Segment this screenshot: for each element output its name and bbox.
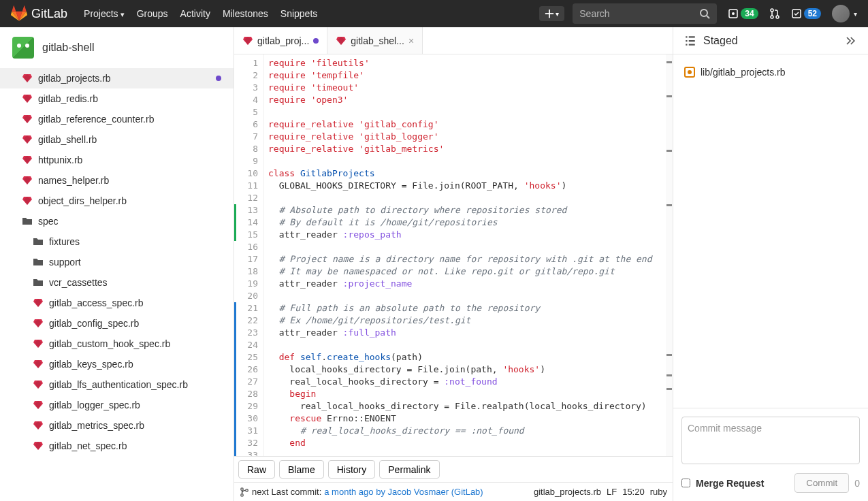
file-item[interactable]: gitlab_shell.rb [0, 129, 234, 150]
merge-requests-link[interactable] [769, 8, 780, 19]
svg-point-9 [246, 489, 248, 491]
file-item[interactable]: fixtures [0, 231, 234, 252]
file-name: gitlab_keys_spec.rb [49, 359, 133, 370]
file-item[interactable]: gitlab_metrics_spec.rb [0, 415, 234, 436]
file-item[interactable]: gitlab_net_spec.rb [0, 436, 234, 456]
raw-button[interactable]: Raw [238, 460, 275, 479]
commit-link[interactable]: a month ago by Jacob Vosmaer (GitLab) [324, 487, 483, 497]
status-pos[interactable]: 15:20 [622, 487, 645, 497]
file-name: spec [38, 216, 59, 227]
file-item[interactable]: gitlab_config_spec.rb [0, 313, 234, 334]
search-box[interactable] [573, 3, 717, 24]
code-editor[interactable]: 1234567891011121314151617181920212223242… [234, 54, 673, 456]
file-name: gitlab_logger_spec.rb [49, 400, 140, 410]
nav-projects[interactable]: Projects [84, 8, 125, 19]
ruby-icon [33, 359, 44, 370]
modified-indicator [216, 76, 221, 81]
editor-area: gitlab_proj...gitlab_shel...× 1234567891… [234, 27, 673, 501]
file-item[interactable]: names_helper.rb [0, 170, 234, 191]
file-name: gitlab_projects.rb [38, 73, 111, 84]
file-item[interactable]: spec [0, 211, 234, 231]
project-header[interactable]: gitlab-shell [0, 27, 234, 68]
svg-point-3 [771, 9, 773, 12]
svg-point-8 [241, 494, 244, 496]
file-item[interactable]: gitlab_keys_spec.rb [0, 354, 234, 374]
file-item[interactable]: gitlab_reference_counter.rb [0, 109, 234, 129]
file-item[interactable]: gitlab_projects.rb [0, 68, 234, 88]
modified-file-icon [684, 67, 695, 78]
commit-button[interactable]: Commit [794, 473, 849, 493]
file-item[interactable]: gitlab_logger_spec.rb [0, 395, 234, 415]
gitlab-logo[interactable]: GitLab [11, 5, 67, 22]
todos-badge: 52 [804, 8, 821, 19]
ruby-icon [242, 35, 253, 46]
nav-groups[interactable]: Groups [137, 8, 168, 19]
file-tree-sidebar: gitlab-shell gitlab_projects.rbgitlab_re… [0, 27, 234, 501]
todos-icon [791, 8, 802, 19]
user-menu[interactable]: ▾ [832, 5, 857, 22]
status-eol[interactable]: LF [607, 487, 617, 497]
file-item[interactable]: gitlab_custom_hook_spec.rb [0, 334, 234, 354]
nav-milestones[interactable]: Milestones [223, 8, 268, 19]
issues-link[interactable]: 34 [728, 8, 758, 19]
permalink-button[interactable]: Permalink [379, 460, 439, 479]
file-name: gitlab_custom_hook_spec.rb [49, 338, 170, 349]
code-content[interactable]: require 'fileutils'require 'tempfile'req… [264, 54, 666, 456]
ruby-icon [33, 440, 44, 451]
branch-name[interactable]: next [252, 487, 269, 497]
ruby-icon [33, 318, 44, 329]
staged-file[interactable]: lib/gitlab_projects.rb [684, 63, 857, 82]
folder-icon [22, 216, 33, 227]
file-name: gitlab_lfs_authentication_spec.rb [49, 379, 188, 390]
history-button[interactable]: History [328, 460, 376, 479]
file-item[interactable]: gitlab_access_spec.rb [0, 293, 234, 313]
line-gutter: 1234567891011121314151617181920212223242… [234, 54, 264, 456]
status-lang[interactable]: ruby [650, 487, 667, 497]
search-input[interactable] [579, 8, 699, 19]
project-name: gitlab-shell [42, 42, 94, 54]
file-name: httpunix.rb [38, 155, 82, 165]
commit-area: Merge Request Commit 0 [673, 408, 868, 501]
folder-icon [33, 236, 44, 247]
commit-message-input[interactable] [681, 417, 860, 464]
ruby-icon [22, 73, 33, 84]
file-name: gitlab_reference_counter.rb [38, 114, 154, 125]
file-name: gitlab_redis.rb [38, 93, 98, 104]
minimap[interactable] [666, 54, 673, 456]
blame-button[interactable]: Blame [279, 460, 324, 479]
main-layout: gitlab-shell gitlab_projects.rbgitlab_re… [0, 27, 868, 501]
project-avatar [12, 37, 34, 59]
file-name: gitlab_net_spec.rb [49, 440, 127, 451]
file-item[interactable]: support [0, 252, 234, 272]
merge-request-checkbox[interactable] [681, 479, 690, 487]
file-item[interactable]: object_dirs_helper.rb [0, 191, 234, 211]
editor-tab[interactable]: gitlab_proj... [234, 27, 327, 54]
primary-nav: Projects Groups Activity Milestones Snip… [84, 8, 317, 19]
ruby-icon [22, 114, 33, 125]
file-tree: gitlab_projects.rbgitlab_redis.rbgitlab_… [0, 68, 234, 501]
tab-label: gitlab_proj... [257, 35, 309, 46]
nav-activity[interactable]: Activity [180, 8, 210, 19]
search-icon[interactable] [699, 8, 710, 19]
new-button[interactable]: ▾ [539, 6, 564, 21]
file-name: gitlab_config_spec.rb [49, 318, 139, 329]
file-item[interactable]: httpunix.rb [0, 150, 234, 170]
ruby-icon [33, 400, 44, 410]
file-name: fixtures [49, 236, 80, 247]
ruby-icon [22, 175, 33, 186]
status-file: gitlab_projects.rb [534, 487, 601, 497]
close-tab-icon[interactable]: × [408, 35, 414, 46]
folder-icon [33, 257, 44, 268]
file-item[interactable]: vcr_cassettes [0, 272, 234, 293]
status-bar: next Last commit: a month ago by Jacob V… [234, 482, 673, 501]
file-item[interactable]: gitlab_lfs_authentication_spec.rb [0, 374, 234, 395]
ruby-icon [22, 195, 33, 206]
file-name: gitlab_access_spec.rb [49, 297, 144, 308]
todos-link[interactable]: 52 [791, 8, 821, 19]
nav-snippets[interactable]: Snippets [280, 8, 317, 19]
ruby-icon [22, 134, 33, 145]
file-item[interactable]: gitlab_redis.rb [0, 88, 234, 109]
editor-tab[interactable]: gitlab_shel...× [327, 27, 423, 54]
collapse-icon[interactable] [843, 34, 857, 48]
svg-point-4 [771, 16, 773, 18]
